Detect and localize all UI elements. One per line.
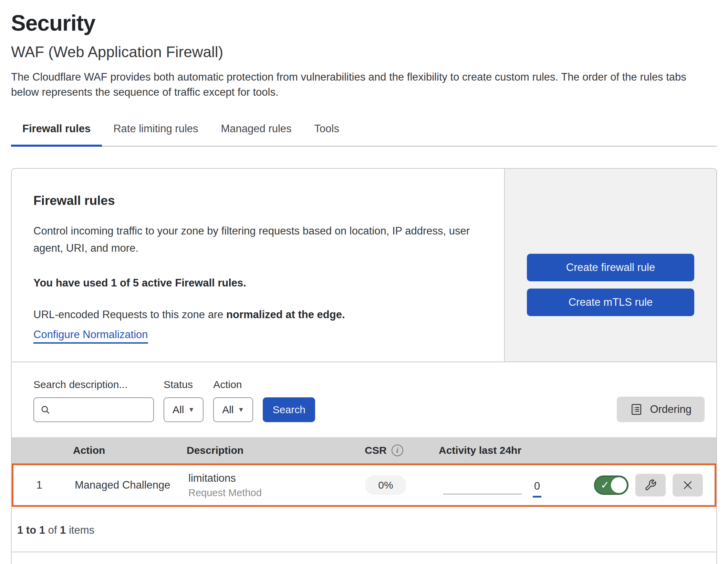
help-section: Help ▶: [12, 552, 716, 564]
info-icon[interactable]: i: [392, 445, 403, 456]
search-icon: [40, 404, 50, 416]
search-description-label: Search description...: [33, 379, 154, 390]
firewall-rules-summary-section: Firewall rules Control incoming traffic …: [12, 169, 716, 362]
search-input-box[interactable]: [33, 397, 154, 422]
tab-managed-rules[interactable]: Managed rules: [210, 123, 303, 147]
column-activity: Activity last 24hr: [429, 445, 575, 456]
activity-sparkline: [443, 494, 522, 494]
create-mtls-rule-button[interactable]: Create mTLS rule: [527, 289, 694, 316]
action-filter-field: Action All ▼: [213, 379, 253, 422]
items-total: 1: [60, 524, 66, 536]
items-suffix: items: [66, 524, 94, 536]
wrench-icon: [644, 479, 657, 491]
column-csr-label: CSR: [365, 445, 386, 456]
page-description: The Cloudflare WAF provides both automat…: [11, 70, 717, 100]
rule-csr-cell: 0%: [341, 475, 431, 495]
url-note-bold: normalized at the edge.: [226, 309, 345, 321]
close-icon: [682, 479, 694, 491]
ordering-button[interactable]: Ordering: [617, 397, 705, 422]
usage-note: You have used 1 of 5 active Firewall rul…: [33, 277, 490, 289]
tab-rate-limiting-rules[interactable]: Rate limiting rules: [102, 123, 209, 147]
rules-filter-bar: Search description... Status All ▼ Actio…: [12, 362, 716, 437]
activity-count-link[interactable]: 0: [533, 480, 541, 498]
chevron-down-icon: ▼: [238, 406, 245, 414]
page-title: Security: [11, 10, 717, 36]
edit-rule-button[interactable]: [635, 474, 666, 497]
card-title: Firewall rules: [33, 194, 490, 208]
tab-firewall-rules[interactable]: Firewall rules: [11, 123, 102, 147]
firewall-rule-row[interactable]: 1 Managed Challenge limitations Request …: [12, 463, 716, 507]
help-link[interactable]: Help ▶: [658, 562, 694, 564]
card-description: Control incoming traffic to your zone by…: [33, 222, 490, 257]
items-range: 1 to 1: [17, 524, 45, 536]
items-of: of: [45, 524, 60, 536]
action-filter-select[interactable]: All ▼: [213, 397, 253, 422]
status-filter-label: Status: [164, 379, 204, 390]
url-normalization-note: URL-encoded Requests to this zone are no…: [33, 309, 490, 321]
status-filter-select[interactable]: All ▼: [164, 397, 204, 422]
rule-activity-cell: 0: [431, 477, 577, 494]
chevron-down-icon: ▼: [188, 406, 195, 414]
search-button[interactable]: Search: [263, 397, 315, 422]
rule-description-field: Request Method: [188, 487, 341, 499]
page-subtitle: WAF (Web Application Firewall): [11, 43, 717, 61]
delete-rule-button[interactable]: [673, 474, 703, 497]
status-filter-field: Status All ▼: [164, 379, 204, 422]
configure-normalization-link[interactable]: Configure Normalization: [33, 328, 148, 344]
rule-actions-panel: Create firewall rule Create mTLS rule: [504, 169, 716, 362]
rule-priority: 1: [13, 479, 65, 491]
check-icon: ✓: [601, 479, 609, 491]
tab-tools[interactable]: Tools: [303, 123, 351, 147]
url-note-prefix: URL-encoded Requests to this zone are: [33, 309, 226, 321]
rules-table-header: Action Description CSR i Activity last 2…: [12, 437, 716, 463]
rule-description: limitations Request Method: [179, 472, 341, 499]
firewall-rules-card: Firewall rules Control incoming traffic …: [11, 168, 717, 564]
action-filter-value: All: [222, 404, 233, 416]
ordered-list-icon: [630, 403, 643, 416]
rule-enabled-toggle[interactable]: ✓: [594, 476, 628, 495]
firewall-rules-summary-text: Firewall rules Control incoming traffic …: [12, 169, 504, 362]
toggle-knob: [611, 477, 627, 493]
pagination-summary: 1 to 1 of 1 items: [12, 507, 716, 552]
csr-badge: 0%: [365, 475, 406, 495]
rule-action: Managed Challenge: [65, 479, 179, 491]
rule-controls: ✓: [577, 474, 715, 497]
column-csr: CSR i: [339, 445, 429, 456]
status-filter-value: All: [173, 404, 184, 416]
ordering-button-label: Ordering: [650, 403, 691, 416]
search-description-field: Search description...: [33, 379, 154, 422]
search-input[interactable]: [55, 404, 147, 416]
column-action: Action: [63, 445, 177, 456]
rule-description-name: limitations: [188, 472, 341, 484]
column-description: Description: [177, 445, 339, 456]
help-label: Help: [658, 562, 682, 564]
create-firewall-rule-button[interactable]: Create firewall rule: [527, 254, 694, 281]
waf-page: Security WAF (Web Application Firewall) …: [0, 0, 728, 564]
action-filter-label: Action: [213, 379, 253, 390]
waf-tab-bar: Firewall rules Rate limiting rules Manag…: [11, 123, 717, 147]
